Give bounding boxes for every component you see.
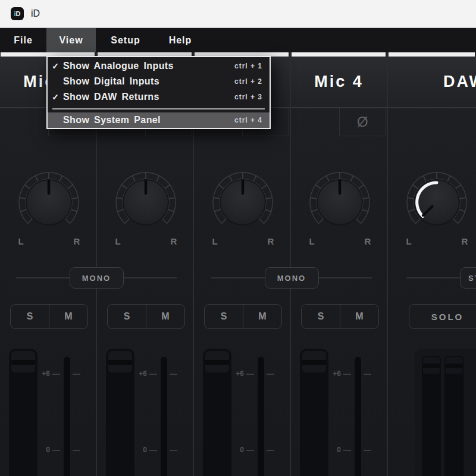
level-meter xyxy=(355,357,361,476)
meter-scale-tick xyxy=(73,374,80,375)
meter-scale-tick xyxy=(343,450,351,451)
menu-checkmark-icon: ✓ xyxy=(48,61,63,71)
solo-wide-button[interactable]: SOLO xyxy=(409,304,476,329)
pan-knob[interactable] xyxy=(16,170,82,235)
meter-scale-tick xyxy=(170,450,177,451)
phase-invert-icon: Ø xyxy=(357,115,368,129)
fader-track[interactable] xyxy=(106,349,134,476)
menu-checkmark-icon: ✓ xyxy=(48,92,63,102)
channel-top-strip xyxy=(292,52,386,57)
meter-scale-zero: 0 xyxy=(225,446,244,454)
menubar-item-setup[interactable]: Setup xyxy=(96,28,155,52)
solo-button[interactable]: S xyxy=(302,305,340,328)
stereo-button[interactable]: STEREO xyxy=(460,267,476,289)
fader-cap-groove xyxy=(108,360,132,365)
stereo-fader-cap-groove xyxy=(423,364,440,368)
stereo-fader[interactable] xyxy=(415,349,476,476)
menubar-item-view[interactable]: View xyxy=(46,28,96,52)
menu-item-show-system-panel[interactable]: Show System Panelctrl + 4 xyxy=(48,112,270,128)
stereo-fader-slot[interactable] xyxy=(444,356,464,476)
mute-button[interactable]: M xyxy=(243,305,281,328)
mono-line xyxy=(211,277,265,278)
mono-line xyxy=(319,277,372,278)
menu-item-shortcut: ctrl + 4 xyxy=(234,116,270,124)
level-meter xyxy=(258,357,264,476)
menubar-item-help[interactable]: Help xyxy=(155,28,205,52)
fader-cap-groove xyxy=(302,360,326,365)
window-title: iD xyxy=(31,8,40,19)
meter-scale-tick xyxy=(149,450,157,451)
stereo-line xyxy=(406,277,460,278)
channel-header: Mic 4 xyxy=(291,57,387,108)
pan-label-right: R xyxy=(363,236,372,246)
mono-line xyxy=(124,277,177,278)
solo-button[interactable]: S xyxy=(108,305,146,328)
mono-button[interactable]: MONO xyxy=(70,267,124,289)
menubar-item-file[interactable]: File xyxy=(0,28,46,52)
pan-label-left: L xyxy=(16,236,26,246)
meter-scale-tick xyxy=(73,450,80,451)
stereo-fader-cap[interactable] xyxy=(423,357,440,374)
fader-cap-groove xyxy=(205,360,229,365)
app-window: iD iD FileViewSetupHelp MONO MONO STEREO… xyxy=(0,0,476,476)
menu-item-label: Show System Panel xyxy=(63,115,234,126)
level-meter xyxy=(64,357,70,476)
pan-knob[interactable] xyxy=(210,170,275,235)
menu-item-label: Show Digital Inputs xyxy=(63,76,234,87)
mono-button[interactable]: MONO xyxy=(265,267,319,289)
meter-scale-plus6: +6 xyxy=(322,369,341,378)
solo-mute-group: SM xyxy=(107,304,185,329)
meter-scale-tick xyxy=(267,450,274,451)
stereo-group: STEREO xyxy=(406,267,476,289)
phase-button[interactable]: Ø xyxy=(339,108,387,136)
menu-item-show-daw-returns[interactable]: ✓Show DAW Returnsctrl + 3 xyxy=(48,89,270,105)
meter-scale-zero: 0 xyxy=(128,446,147,454)
solo-mute-group: SM xyxy=(10,304,88,329)
fader-cap-groove xyxy=(11,360,35,365)
fader-track[interactable] xyxy=(203,349,231,476)
solo-button[interactable]: S xyxy=(205,305,243,328)
meter-scale-tick xyxy=(149,374,157,375)
solo-button[interactable]: S xyxy=(11,305,49,328)
menu-item-label: Show DAW Returns xyxy=(63,92,234,102)
knob-ring-segment xyxy=(19,198,27,211)
stereo-fader-cap[interactable] xyxy=(446,357,462,374)
view-dropdown-menu: ✓Show Analogue Inputsctrl + 1Show Digita… xyxy=(46,56,271,129)
knob-ring-segment xyxy=(310,198,318,211)
channel-header: DAW xyxy=(388,57,476,108)
pan-label-left: L xyxy=(307,236,317,246)
menu-item-shortcut: ctrl + 3 xyxy=(234,93,270,101)
fader-track[interactable] xyxy=(9,349,37,476)
mute-button[interactable]: M xyxy=(340,305,378,328)
mono-line xyxy=(16,277,70,278)
mute-button[interactable]: M xyxy=(49,305,87,328)
meter-scale-tick xyxy=(364,374,371,375)
fader-track[interactable] xyxy=(300,349,328,476)
menu-item-shortcut: ctrl + 2 xyxy=(234,77,270,86)
titlebar: iD iD xyxy=(0,0,476,28)
meter-scale-plus6: +6 xyxy=(128,369,147,378)
pan-knob[interactable] xyxy=(113,170,178,235)
pan-label-right: R xyxy=(72,236,82,246)
meter-scale-tick xyxy=(267,374,274,375)
mono-group-2: MONO xyxy=(211,267,372,289)
meter-scale-tick xyxy=(52,450,60,451)
stereo-fader-slot[interactable] xyxy=(422,356,441,476)
app-icon-d: D xyxy=(16,10,21,17)
menu-item-show-digital-inputs[interactable]: Show Digital Inputsctrl + 2 xyxy=(48,74,270,89)
knob-ring-segment xyxy=(116,198,124,211)
menu-item-shortcut: ctrl + 1 xyxy=(234,62,270,70)
level-meter xyxy=(161,357,167,476)
app-icon: iD xyxy=(11,7,24,20)
pan-knob[interactable] xyxy=(307,170,372,235)
meter-scale-zero: 0 xyxy=(31,446,50,454)
meter-scale-zero: 0 xyxy=(322,446,341,454)
solo-mute-group: SM xyxy=(301,304,379,329)
menubar: FileViewSetupHelp xyxy=(0,28,476,52)
pan-label-right: R xyxy=(169,236,178,246)
pan-knob[interactable] xyxy=(404,170,469,235)
solo-mute-group: SM xyxy=(204,304,282,329)
mute-button[interactable]: M xyxy=(146,305,184,328)
menu-item-show-analogue-inputs[interactable]: ✓Show Analogue Inputsctrl + 1 xyxy=(48,58,270,74)
meter-scale-plus6: +6 xyxy=(225,369,244,378)
